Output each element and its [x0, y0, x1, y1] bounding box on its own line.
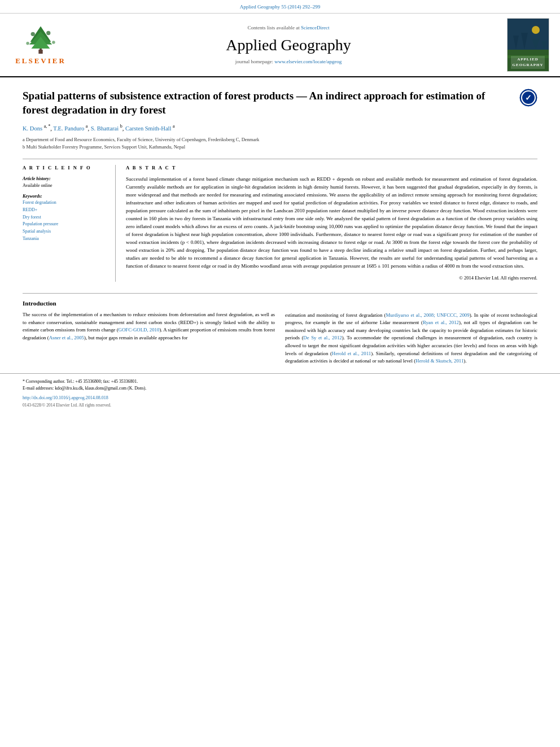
- citation-text: Applied Geography 55 (2014) 292–299: [240, 4, 320, 10]
- article-history: Article history: Available online: [23, 176, 107, 188]
- svg-point-7: [26, 42, 29, 45]
- copyright-notice: © 2014 Elsevier Ltd. All rights reserved…: [126, 275, 537, 282]
- intro-col-right: estimation and monitoring of forest degr…: [285, 299, 537, 365]
- abstract-col: A B S T R A C T Successful implementatio…: [126, 165, 537, 282]
- email-text: E-mail addresses: kdo@ifro.ku.dk, klaus.…: [23, 386, 146, 391]
- history-value: Available online: [23, 182, 107, 189]
- journal-cover-section: APPLIED GEOGRAPHY: [502, 18, 553, 72]
- sciencedirect-line: Contents lists available at ScienceDirec…: [75, 24, 502, 32]
- intro-text-left: The success of the implementation of a m…: [23, 311, 275, 342]
- article-footer: * Corresponding author. Tel.: +45 353368…: [0, 373, 560, 414]
- elsevier-brand: ELSEVIER: [15, 56, 66, 66]
- introduction-section: Introduction The success of the implemen…: [0, 299, 560, 365]
- keywords-label: Keywords:: [23, 193, 107, 199]
- keyword-4[interactable]: Population pressure: [23, 221, 107, 228]
- elsevier-tree-icon: [18, 24, 63, 55]
- intro-link-herold[interactable]: Herold et al., 2011: [332, 351, 371, 356]
- intro-col-left: Introduction The success of the implemen…: [23, 299, 275, 365]
- svg-rect-15: [508, 19, 549, 50]
- keywords-section: Keywords: Forest degradation REDD+ Dry f…: [23, 193, 107, 243]
- affiliation-b: b Multi Stakeholder Forestry Programme, …: [23, 143, 537, 151]
- page: Applied Geography 55 (2014) 292–299: [0, 0, 560, 747]
- intro-link-heroldskutsch[interactable]: Herold & Skutsch, 2011: [415, 358, 463, 364]
- section-divider: [23, 293, 537, 294]
- author-bhattarai[interactable]: S. Bhattarai: [91, 125, 119, 131]
- svg-point-6: [46, 30, 50, 34]
- affiliation-a: a Department of Food and Resource Econom…: [23, 136, 537, 143]
- journal-title: Applied Geography: [75, 34, 502, 56]
- intro-link-ryan[interactable]: Ryan et al., 2012: [423, 320, 459, 325]
- keyword-1[interactable]: Forest degradation: [23, 199, 107, 207]
- keyword-2[interactable]: REDD+: [23, 207, 107, 214]
- info-abstract-section: A R T I C L E I N F O Article history: A…: [23, 159, 537, 282]
- history-label: Article history:: [23, 176, 107, 182]
- keyword-3[interactable]: Dry forest: [23, 214, 107, 221]
- doi-link[interactable]: http://dx.doi.org/10.1016/j.apgeog.2014.…: [23, 395, 108, 400]
- intro-heading: Introduction: [23, 299, 275, 308]
- svg-point-16: [532, 26, 540, 34]
- sciencedirect-link[interactable]: ScienceDirect: [301, 25, 329, 30]
- cover-label-applied: APPLIED: [513, 57, 544, 62]
- intro-link-asner[interactable]: Asner et al., 2005: [49, 335, 84, 340]
- authors-line: K. Dons a, *, T.E. Panduro a, S. Bhattar…: [23, 123, 537, 133]
- intro-link-murdiyarso[interactable]: Murdiyarso et al., 2008; UNFCCC, 2009: [386, 312, 469, 318]
- email-note: E-mail addresses: kdo@ifro.ku.dk, klaus.…: [23, 385, 537, 392]
- issn-line: 0143-6228/© 2014 Elsevier Ltd. All right…: [23, 403, 537, 409]
- elsevier-logo-section: ELSEVIER: [7, 18, 75, 72]
- abstract-text: Successful implementation of a forest ba…: [126, 176, 537, 270]
- article-info-heading: A R T I C L E I N F O: [23, 165, 107, 172]
- cover-label-geography: GEOGRAPHY: [513, 63, 544, 68]
- author-dons[interactable]: K. Dons: [23, 125, 42, 131]
- journal-header: ELSEVIER Contents lists available at Sci…: [0, 14, 560, 77]
- svg-point-8: [52, 41, 55, 44]
- article-title-text: Spatial patterns of subsistence extracti…: [23, 89, 519, 117]
- corresponding-note: * Corresponding author. Tel.: +45 353368…: [23, 378, 537, 385]
- svg-text:✓: ✓: [525, 94, 532, 102]
- intro-link-gofc[interactable]: GOFC-GOLD, 2010: [119, 327, 160, 333]
- article-title-row: Spatial patterns of subsistence extracti…: [23, 89, 537, 117]
- author-panduro[interactable]: T.E. Panduro: [53, 125, 84, 131]
- abstract-heading: A B S T R A C T: [126, 165, 537, 172]
- affiliations: a Department of Food and Resource Econom…: [23, 136, 537, 151]
- citation-bar: Applied Geography 55 (2014) 292–299: [0, 0, 560, 14]
- homepage-line: journal homepage: www.elsevier.com/locat…: [75, 58, 502, 65]
- homepage-link[interactable]: www.elsevier.com/locate/apgeog: [274, 59, 342, 64]
- journal-cover: APPLIED GEOGRAPHY: [507, 18, 549, 72]
- article-container: Spatial patterns of subsistence extracti…: [0, 77, 560, 287]
- journal-info: Contents lists available at ScienceDirec…: [75, 18, 502, 72]
- elsevier-logo: ELSEVIER: [15, 24, 66, 66]
- author-smithhall[interactable]: Carsten Smith-Hall: [125, 125, 171, 131]
- article-info-col: A R T I C L E I N F O Article history: A…: [23, 165, 116, 282]
- svg-point-5: [31, 32, 35, 36]
- intro-link-desy[interactable]: De Sy et al., 2012: [303, 335, 342, 340]
- keyword-5[interactable]: Spatial analysis: [23, 228, 107, 235]
- keyword-6[interactable]: Tanzania: [23, 235, 107, 243]
- intro-text-right: estimation and monitoring of forest degr…: [285, 312, 537, 365]
- crossmark-icon: ✓: [519, 89, 537, 107]
